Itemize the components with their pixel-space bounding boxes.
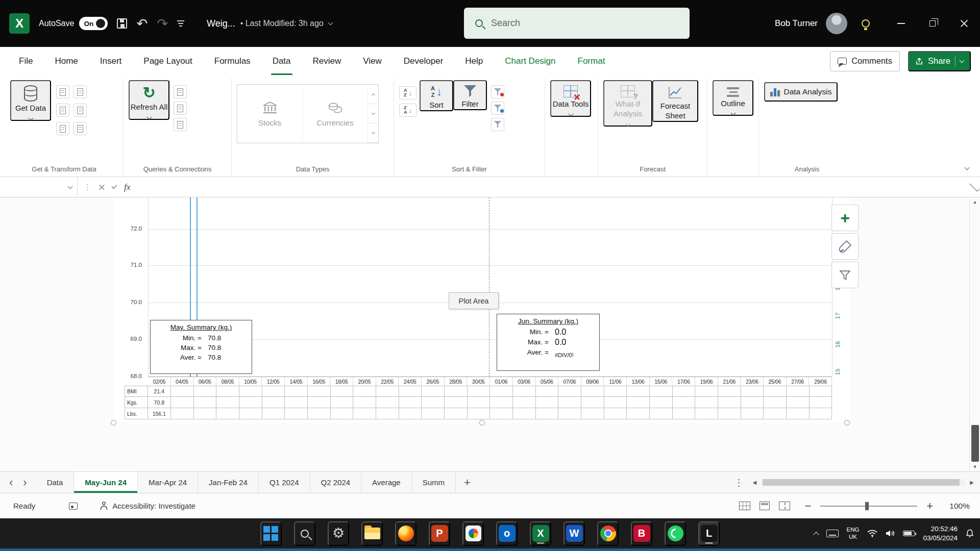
battery-icon[interactable]	[903, 531, 915, 536]
currencies-data-type[interactable]: Currencies	[303, 85, 368, 143]
sheet-tab[interactable]: Q2 2024	[310, 472, 362, 493]
ribbon-tab[interactable]: Review	[311, 47, 343, 75]
clock[interactable]: 20:52:46 03/05/2024	[923, 524, 958, 542]
ribbon-tab[interactable]: File	[17, 47, 34, 75]
zoom-level[interactable]: 100%	[942, 502, 970, 511]
scroll-left-icon[interactable]: ◀	[751, 480, 759, 485]
get-data-button[interactable]: Get Data	[10, 80, 51, 121]
normal-view-icon[interactable]	[739, 502, 750, 510]
scrollbar-thumb[interactable]	[763, 479, 960, 486]
scrollbar-thumb[interactable]	[971, 425, 979, 462]
ribbon-tab[interactable]: Formulas	[213, 47, 252, 75]
existing-connections-button[interactable]	[74, 104, 87, 117]
scroll-right-icon[interactable]: ▶	[968, 480, 976, 485]
weight-chart[interactable]: 72.071.070.069.068.0 Plot Area May. Summ…	[113, 197, 850, 422]
from-web-button[interactable]	[56, 104, 69, 117]
tray-expand-icon[interactable]	[813, 532, 819, 537]
chart-resize-handle[interactable]	[479, 420, 485, 425]
enter-icon[interactable]	[111, 183, 117, 189]
wifi-icon[interactable]	[867, 530, 877, 537]
taskbar-icon-start[interactable]	[260, 521, 282, 546]
keyboard-icon[interactable]	[826, 530, 839, 537]
taskbar-icon-search[interactable]	[294, 521, 315, 546]
minimize-button[interactable]	[885, 0, 917, 47]
gallery-scroll-strip[interactable]	[368, 85, 378, 143]
speaker-icon[interactable]	[886, 530, 895, 537]
zoom-slider-handle[interactable]	[865, 502, 869, 510]
may-summary-box[interactable]: May. Summary (kg.) Min. =70.8 Max. =70.8…	[150, 320, 252, 374]
filter-button[interactable]: Filter	[453, 80, 487, 110]
forecast-sheet-button[interactable]: Forecast Sheet	[652, 80, 698, 122]
chart-styles-button[interactable]	[831, 233, 859, 260]
scroll-down-icon[interactable]: ▼	[970, 464, 980, 469]
ribbon-tab[interactable]: View	[361, 47, 383, 75]
taskbar-icon-word[interactable]: W	[564, 521, 585, 546]
data-analysis-button[interactable]: Data Analysis	[764, 82, 838, 102]
chart-resize-handle[interactable]	[111, 420, 116, 425]
edit-links-button[interactable]	[174, 118, 187, 131]
ribbon-tab[interactable]: Page Layout	[142, 47, 193, 75]
sheet-tab[interactable]: Q1 2024	[259, 472, 310, 493]
from-table-range-button[interactable]	[56, 122, 69, 135]
refresh-all-button[interactable]: ↻ Refresh All	[129, 80, 169, 120]
sheet-tab[interactable]: May-Jun 24	[74, 472, 138, 493]
taskbar-icon-b-app[interactable]: B	[631, 521, 652, 546]
taskbar-icon-excel[interactable]: X	[530, 521, 551, 546]
sheet-tab[interactable]: Average	[361, 472, 412, 493]
lightbulb-icon[interactable]	[862, 19, 870, 28]
sort-button[interactable]: AZ↓ Sort	[420, 80, 453, 111]
advanced-filter-button[interactable]	[491, 118, 504, 131]
restore-button[interactable]	[917, 0, 948, 47]
comments-button[interactable]: Comments	[830, 51, 900, 71]
page-break-view-icon[interactable]	[779, 502, 790, 510]
ribbon-tab[interactable]: Home	[53, 47, 79, 75]
gallery-more-icon[interactable]	[371, 130, 375, 134]
language-indicator[interactable]: ENG UK	[847, 527, 860, 541]
sheet-more-icon[interactable]: ⋮	[727, 477, 751, 488]
properties-button[interactable]	[174, 102, 187, 115]
name-box[interactable]	[0, 177, 78, 197]
sort-ascending-button[interactable]: AZ↓	[399, 86, 416, 99]
notifications-bell-icon[interactable]	[966, 529, 974, 538]
zoom-slider[interactable]	[820, 506, 917, 507]
vertical-scrollbar[interactable]: ▲ ▼	[969, 197, 980, 471]
sort-descending-button[interactable]: ZA↓	[399, 104, 416, 117]
excel-app-icon[interactable]: X	[9, 13, 30, 34]
ribbon-tab[interactable]: Format	[576, 47, 607, 75]
add-sheet-button[interactable]: +	[456, 476, 479, 489]
cancel-icon[interactable]	[99, 184, 105, 190]
reapply-filter-button[interactable]	[491, 102, 504, 115]
save-icon[interactable]	[117, 18, 127, 29]
jun-summary-box[interactable]: Jun. Summary (kg.) Min. =0.0 Max. =0.0 A…	[497, 314, 600, 371]
clear-filter-button[interactable]	[491, 85, 504, 98]
insert-function-button[interactable]: fx	[124, 182, 130, 192]
formula-input-area[interactable]	[136, 177, 969, 197]
search-box[interactable]	[464, 8, 690, 39]
share-button[interactable]: Share	[908, 51, 971, 71]
data-tools-button[interactable]: Data Tools	[550, 80, 591, 117]
macro-record-icon[interactable]	[69, 503, 78, 510]
stocks-data-type[interactable]: Stocks	[237, 85, 303, 143]
ribbon-tab[interactable]: Data	[271, 47, 292, 75]
chevron-down-icon[interactable]	[328, 20, 333, 26]
chart-elements-button[interactable]: +	[831, 205, 859, 231]
taskbar-icon-photos[interactable]	[462, 521, 484, 546]
zoom-out-icon[interactable]: −	[804, 500, 811, 512]
drag-handle-icon[interactable]: ⋮	[84, 183, 92, 192]
taskbar-icon-l-app[interactable]: L	[698, 521, 720, 546]
gallery-down-icon[interactable]	[371, 111, 375, 114]
ribbon-tab[interactable]: Insert	[99, 47, 124, 75]
expand-formula-bar-icon[interactable]	[970, 181, 980, 191]
sheet-nav-next-icon[interactable]: ›	[19, 477, 31, 488]
collapse-ribbon-icon[interactable]	[965, 165, 970, 170]
sheet-nav-prev-icon[interactable]: ‹	[5, 477, 17, 488]
zoom-in-icon[interactable]: +	[926, 500, 933, 512]
undo-icon[interactable]: ↶	[136, 17, 148, 30]
close-button[interactable]	[948, 0, 980, 47]
avatar[interactable]	[826, 13, 847, 34]
gallery-up-icon[interactable]	[371, 93, 375, 96]
sheet-tab[interactable]: Data	[36, 472, 75, 493]
worksheet-area[interactable]: 72.071.070.069.068.0 Plot Area May. Summ…	[0, 197, 980, 471]
from-text-csv-button[interactable]	[56, 85, 69, 98]
queries-connections-button[interactable]	[174, 85, 187, 98]
